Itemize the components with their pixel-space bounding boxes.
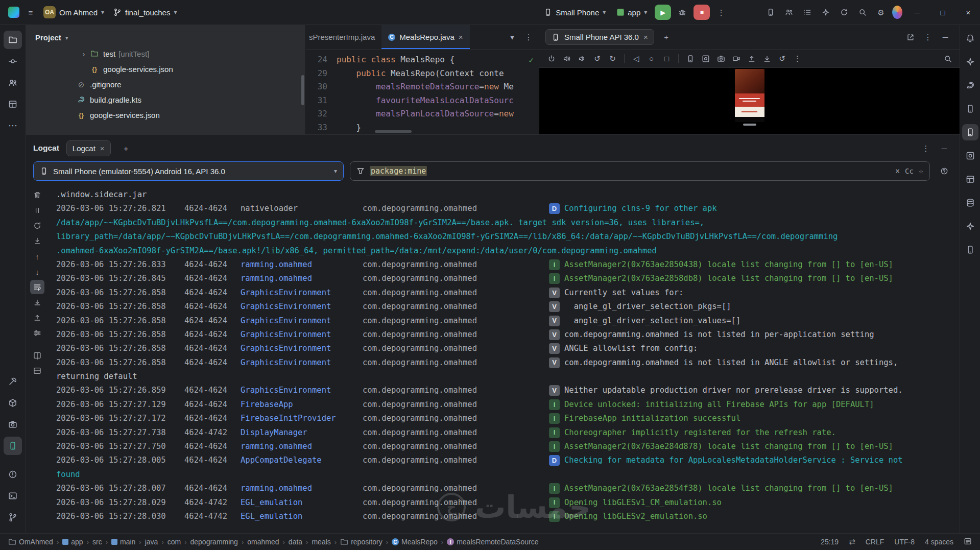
notifications-button[interactable]: [962, 30, 978, 46]
sync-button[interactable]: [836, 4, 852, 20]
hide-button[interactable]: ─: [937, 29, 953, 45]
export-logs-button[interactable]: [30, 310, 44, 325]
home-button[interactable]: ○: [644, 52, 658, 65]
next-occurrence-button[interactable]: ↓: [30, 265, 44, 279]
rotate-right-button[interactable]: ↻: [606, 52, 619, 65]
screenshot-button[interactable]: [714, 52, 728, 65]
editor-tab-spresenterimp-java[interactable]: sPresenterImp.java: [306, 25, 381, 49]
commit-button[interactable]: [4, 52, 22, 70]
tree-item--gitignore[interactable]: ⊘.gitignore: [26, 77, 305, 92]
close-icon[interactable]: ×: [643, 33, 648, 41]
clear-logcat-button[interactable]: [30, 188, 44, 202]
layout-inspector-button[interactable]: [962, 171, 978, 187]
encoding-selector[interactable]: UTF-8: [894, 538, 915, 546]
upload-button[interactable]: [745, 52, 758, 65]
power-button[interactable]: [544, 52, 558, 65]
device-explorer-button[interactable]: [4, 394, 22, 412]
run-configuration-selector[interactable]: app ▾: [612, 6, 652, 19]
breadcrumb-item-meals[interactable]: meals: [312, 538, 330, 546]
volume-down-button[interactable]: [575, 52, 589, 65]
previous-occurrence-button[interactable]: ↑: [30, 249, 44, 264]
screenshot-button[interactable]: [4, 415, 22, 434]
breadcrumb-item-src[interactable]: src: [92, 538, 102, 546]
close-button[interactable]: ×: [957, 0, 980, 25]
snapshot-button[interactable]: [699, 52, 712, 65]
filter-help-button[interactable]: [936, 163, 952, 179]
logcat-options-button[interactable]: ⋮: [918, 140, 934, 156]
project-scrollbar[interactable]: [301, 75, 304, 105]
breadcrumb-item-omahmed[interactable]: omahmed: [247, 538, 279, 546]
download-button[interactable]: [760, 52, 774, 65]
breadcrumb-item-java[interactable]: java: [145, 538, 158, 546]
version-control-button[interactable]: [4, 508, 22, 527]
tree-item-test[interactable]: ›test[unitTest]: [26, 46, 305, 61]
breadcrumb-item-mealsrepo[interactable]: CMealsRepo: [392, 538, 438, 546]
device-manager-button[interactable]: [962, 101, 978, 117]
line-ending-selector[interactable]: CRLF: [866, 538, 885, 546]
back-button[interactable]: ◁: [629, 52, 643, 65]
project-widget[interactable]: OA Om Ahmed ▾: [39, 4, 109, 21]
breadcrumb-item-depogramming[interactable]: depogramming: [190, 538, 238, 546]
pair-devices-button[interactable]: [762, 4, 779, 20]
chevron-right-icon[interactable]: ›: [78, 50, 89, 58]
app-inspection-button[interactable]: [962, 148, 978, 164]
logcat-filter-input[interactable]: package:mine × Cc ☆: [350, 161, 930, 181]
tree-item-google-services-json[interactable]: {}google-services.json: [26, 61, 305, 77]
breadcrumb-item-repository[interactable]: repository: [340, 538, 382, 546]
breadcrumb-item-com[interactable]: com: [168, 538, 181, 546]
clear-filter-button[interactable]: ×: [895, 166, 900, 176]
ai-assistant-button[interactable]: [962, 54, 978, 70]
favorite-filter-button[interactable]: ☆: [919, 166, 923, 176]
settings-button[interactable]: ⚙: [873, 4, 889, 20]
stop-button[interactable]: ■: [694, 5, 710, 20]
main-menu-button[interactable]: ≡: [22, 4, 39, 20]
problems-button[interactable]: [4, 465, 22, 484]
breadcrumb-item-mealsremotedatasource[interactable]: fmealsRemoteDataSource: [447, 538, 538, 546]
tree-item-google-services-json[interactable]: {}google-services.json: [26, 107, 305, 123]
rotate-left-button[interactable]: ↺: [590, 52, 604, 65]
running-devices-button[interactable]: [962, 124, 978, 140]
running-devices-button[interactable]: [4, 437, 22, 455]
fit-screen-button[interactable]: [941, 52, 954, 65]
more-button[interactable]: ⋮: [791, 52, 804, 65]
screen-record-button[interactable]: [729, 52, 743, 65]
breadcrumb-item-data[interactable]: data: [289, 538, 302, 546]
indent-selector[interactable]: 4 spaces: [925, 538, 953, 546]
reset-button[interactable]: ↺: [775, 52, 789, 65]
restart-button[interactable]: [30, 219, 44, 233]
pause-button[interactable]: [30, 203, 44, 218]
logcat-settings-button[interactable]: [30, 326, 44, 340]
add-device-tab-button[interactable]: +: [658, 29, 675, 45]
app-insights-button[interactable]: [962, 218, 978, 234]
selection-mode-button[interactable]: ⇄: [849, 538, 855, 546]
reader-mode-button[interactable]: [964, 537, 972, 547]
maximize-button[interactable]: □: [931, 0, 954, 25]
match-case-button[interactable]: Cc: [905, 167, 914, 175]
split-down-button[interactable]: [30, 364, 44, 378]
database-inspector-button[interactable]: [962, 195, 978, 211]
more-button[interactable]: ⋮: [920, 29, 936, 45]
logcat-device-selector[interactable]: Small Phone (emulator-5554) Android 16, …: [33, 161, 344, 181]
ai-assistant-button[interactable]: [818, 4, 834, 20]
editor-tab-mealsrepo-java[interactable]: CMealsRepo.java×: [381, 25, 469, 49]
structure-button[interactable]: [4, 95, 22, 113]
task-list-button[interactable]: [799, 4, 816, 20]
debug-button[interactable]: [674, 4, 690, 20]
emulator-screen[interactable]: [735, 69, 764, 122]
hidden-tabs-button[interactable]: ▾: [504, 29, 520, 45]
soft-wrap-button[interactable]: [30, 280, 44, 294]
breadcrumb-item-omahmed[interactable]: OmAhmed: [8, 538, 53, 546]
volume-up-button[interactable]: [560, 52, 573, 65]
editor-options-button[interactable]: ⋮: [520, 29, 537, 45]
hide-logcat-button[interactable]: ─: [936, 140, 952, 156]
tree-item-build-gradle-kts[interactable]: build.gradle.kts: [26, 92, 305, 107]
code-with-me-button[interactable]: [781, 4, 797, 20]
minimize-button[interactable]: ─: [905, 0, 929, 25]
split-right-button[interactable]: [30, 348, 44, 363]
device-selector[interactable]: Small Phone ▾: [539, 6, 610, 19]
run-button[interactable]: ▶: [655, 5, 671, 20]
build-button[interactable]: [4, 372, 22, 391]
device-tab[interactable]: Small Phone API 36.0 ×: [545, 29, 654, 45]
scroll-to-end-button[interactable]: [30, 234, 44, 248]
gradle-button[interactable]: [962, 77, 978, 93]
